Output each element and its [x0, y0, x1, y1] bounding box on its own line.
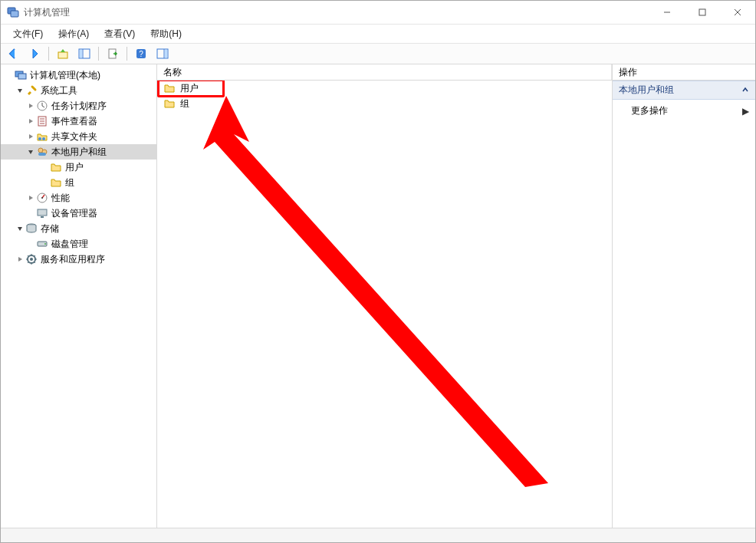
- svg-rect-3: [699, 9, 705, 15]
- tree-label: 共享文件夹: [51, 130, 97, 143]
- performance-icon: [36, 192, 48, 204]
- expand-icon[interactable]: [25, 116, 36, 127]
- svg-point-34: [44, 243, 46, 245]
- action-pane: 操作 本地用户和组 更多操作 ▶: [613, 64, 755, 528]
- collapse-icon[interactable]: [25, 146, 36, 157]
- show-hide-tree-button[interactable]: [75, 44, 94, 63]
- show-action-pane-button[interactable]: [153, 44, 172, 63]
- tree-task-scheduler[interactable]: 任务计划程序: [1, 98, 156, 114]
- expand-icon[interactable]: [25, 131, 36, 142]
- tree-event-viewer[interactable]: 事件查看器: [1, 114, 156, 129]
- tree-label: 性能: [51, 192, 70, 205]
- services-icon: [25, 253, 38, 265]
- menu-view[interactable]: 查看(V): [97, 26, 143, 42]
- list-item-label: 组: [180, 97, 189, 110]
- svg-point-36: [30, 258, 33, 261]
- tree-groups[interactable]: 组: [1, 175, 156, 190]
- main-window: 计算机管理 文件(F) 操作(A) 查看(V) 帮助(H): [0, 0, 756, 543]
- tree-label: 系统工具: [41, 84, 77, 97]
- tree-local-users-groups[interactable]: 本地用户和组: [1, 144, 156, 160]
- toolbar: ?: [1, 44, 755, 64]
- title-bar: 计算机管理: [1, 1, 755, 25]
- svg-rect-6: [58, 52, 67, 58]
- menu-help[interactable]: 帮助(H): [143, 26, 189, 42]
- list-item-label: 用户: [180, 82, 199, 95]
- svg-rect-1: [11, 11, 18, 17]
- tree-pane[interactable]: 计算机管理(本地): [1, 64, 157, 528]
- collapse-icon: [741, 85, 749, 96]
- tree-label: 磁盘管理: [51, 238, 88, 251]
- app-icon: [7, 6, 19, 18]
- list-pane: 名称 用户 组: [157, 64, 613, 528]
- up-button[interactable]: [54, 44, 72, 63]
- action-section-title[interactable]: 本地用户和组: [613, 81, 755, 100]
- expand-icon[interactable]: [15, 254, 25, 265]
- tree-shared-folders[interactable]: 共享文件夹: [1, 129, 156, 144]
- tree-storage[interactable]: 存储: [1, 221, 156, 236]
- forward-button[interactable]: [25, 44, 44, 63]
- tree-root[interactable]: 计算机管理(本地): [1, 67, 156, 83]
- tree-label: 服务和应用程序: [41, 253, 105, 266]
- annotation-arrow: [203, 96, 556, 495]
- tree-label: 本地用户和组: [51, 146, 107, 159]
- list-header: 名称: [157, 64, 612, 81]
- expand-icon[interactable]: [25, 100, 36, 111]
- folder-icon: [50, 176, 62, 189]
- tree-services-apps[interactable]: 服务和应用程序: [1, 252, 156, 267]
- clock-icon: [36, 100, 48, 112]
- device-manager-icon: [36, 207, 48, 219]
- svg-point-29: [41, 197, 43, 199]
- svg-rect-17: [18, 74, 26, 79]
- tree-label: 用户: [65, 161, 84, 174]
- collapse-icon[interactable]: [15, 85, 25, 96]
- close-button[interactable]: [720, 1, 755, 24]
- tree-label: 事件查看器: [51, 115, 97, 128]
- menu-bar: 文件(F) 操作(A) 查看(V) 帮助(H): [1, 25, 755, 44]
- toolbar-separator: [48, 47, 49, 61]
- disk-icon: [36, 238, 48, 250]
- client-area: 计算机管理(本地): [1, 64, 755, 528]
- tree-users[interactable]: 用户: [1, 160, 156, 175]
- menu-file[interactable]: 文件(F): [5, 26, 51, 42]
- folder-icon: [50, 161, 62, 173]
- tree-label: 存储: [41, 222, 59, 235]
- users-groups-icon: [36, 146, 48, 158]
- list-item-groups[interactable]: 组: [157, 96, 612, 111]
- window-title: 计算机管理: [24, 6, 70, 19]
- tree-label: 计算机管理(本地): [30, 69, 100, 82]
- tree-system-tools[interactable]: 系统工具: [1, 83, 156, 98]
- tree-performance[interactable]: 性能: [1, 190, 156, 206]
- tools-icon: [25, 84, 38, 97]
- action-pane-header: 操作: [613, 64, 755, 81]
- export-list-button[interactable]: [104, 44, 122, 63]
- column-name[interactable]: 名称: [157, 64, 612, 80]
- tree-disk-management[interactable]: 磁盘管理: [1, 236, 156, 252]
- list-body[interactable]: 用户 组: [157, 81, 612, 528]
- maximize-button[interactable]: [685, 1, 720, 24]
- tree-label: 任务计划程序: [51, 100, 107, 113]
- action-item-label: 更多操作: [631, 104, 668, 117]
- status-bar: [1, 528, 755, 542]
- shared-folder-icon: [36, 130, 48, 143]
- svg-rect-15: [165, 50, 167, 58]
- collapse-icon[interactable]: [15, 223, 25, 234]
- action-section-label: 本地用户和组: [619, 84, 674, 97]
- folder-icon: [163, 97, 176, 110]
- storage-icon: [25, 222, 38, 235]
- chevron-right-icon: ▶: [742, 106, 749, 117]
- menu-action[interactable]: 操作(A): [51, 26, 97, 42]
- svg-marker-37: [203, 96, 548, 487]
- svg-point-23: [38, 137, 41, 140]
- event-viewer-icon: [36, 115, 48, 127]
- back-button[interactable]: [4, 44, 22, 63]
- toolbar-separator: [98, 47, 99, 61]
- action-more[interactable]: 更多操作 ▶: [613, 100, 755, 122]
- tree-device-manager[interactable]: 设备管理器: [1, 206, 156, 221]
- help-button[interactable]: ?: [132, 44, 150, 63]
- minimize-button[interactable]: [649, 1, 685, 24]
- expand-icon[interactable]: [25, 193, 36, 203]
- computer-management-icon: [15, 69, 27, 81]
- svg-rect-27: [38, 153, 46, 156]
- list-item-users[interactable]: 用户: [157, 81, 612, 96]
- svg-rect-30: [38, 209, 47, 216]
